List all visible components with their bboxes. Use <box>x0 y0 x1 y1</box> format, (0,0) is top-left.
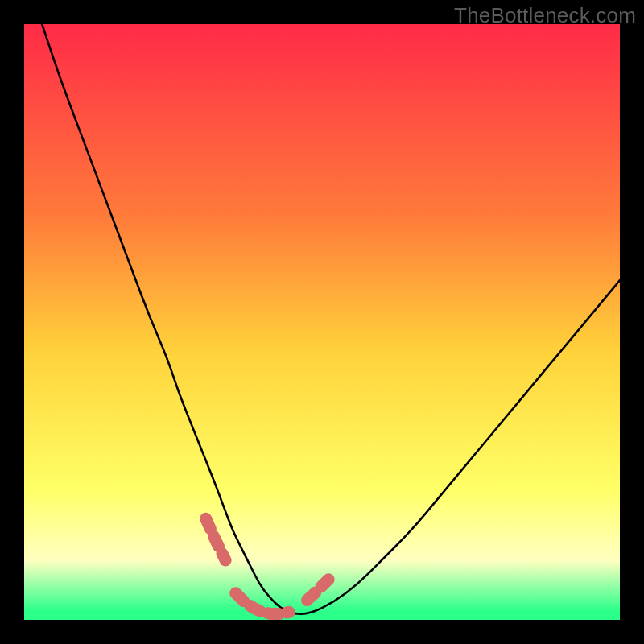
watermark-text: TheBottleneck.com <box>454 3 636 28</box>
chart-frame: TheBottleneck.com <box>0 0 644 644</box>
chart-svg <box>24 24 620 620</box>
chart-plot-area <box>24 24 620 620</box>
gradient-rect <box>24 24 620 620</box>
